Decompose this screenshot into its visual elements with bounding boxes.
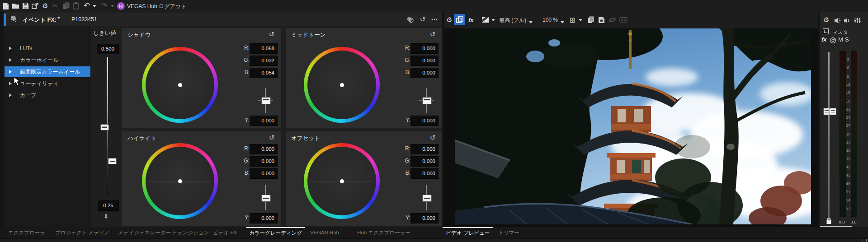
threshold-fit-icon[interactable]: ⇕ [104,213,109,220]
tree-item-curves[interactable]: カーブ [5,90,90,101]
settings-gear-icon[interactable]: ⚙ [41,1,50,10]
b-value[interactable]: 0.000 [410,68,439,78]
g-value[interactable]: 0.000 [410,56,439,66]
threshold-value-bottom[interactable]: 0.25 [98,200,119,211]
luma-slider[interactable] [253,185,278,210]
reset-icon[interactable]: ↺ [268,30,276,38]
r-value[interactable]: 0.000 [250,144,278,154]
slider-handle[interactable] [422,195,432,202]
tree-item-limited-color-wheel[interactable]: 範囲限定カラーホイール [5,66,90,77]
open-project-icon[interactable] [11,1,20,10]
tab-video-preview[interactable]: ビデオ プレビュー [443,227,493,239]
project-properties-icon[interactable] [31,1,40,10]
slider-handle[interactable] [422,97,432,104]
save-snapshot-icon[interactable] [597,14,606,25]
vegas-hub-logout-button[interactable]: VEGAS Hub ログアウト [127,3,186,10]
faders-icon[interactable] [854,17,861,25]
event-fx-dropdown-icon[interactable] [57,19,61,25]
split-screen-dropdown-icon[interactable] [491,14,496,25]
volume-fader-left-handle[interactable] [823,108,830,115]
r-value[interactable]: -0.068 [250,43,278,54]
offset-color-wheel[interactable] [304,143,380,219]
midtones-color-wheel[interactable] [304,47,380,123]
expand-arrow-icon[interactable] [9,70,12,74]
downmix-speaker-icon[interactable] [834,18,841,25]
r-value[interactable]: 0.000 [410,43,439,54]
mute-output-speaker-icon[interactable] [844,18,850,25]
preview-zoom-value[interactable]: 100 % [542,17,558,23]
threshold-high-handle[interactable] [108,158,117,164]
lock-icon[interactable] [826,218,832,226]
automation-icon[interactable] [830,37,836,45]
preview-quality-dropdown[interactable]: 最高 (フル) [499,17,526,24]
bus-fx-button[interactable]: fx [821,36,827,43]
b-value[interactable]: 0.054 [250,68,278,78]
y-value[interactable]: 0.000 [410,213,439,223]
y-value[interactable]: 0.000 [410,116,439,126]
tree-item-luts[interactable]: LUTs [5,43,90,54]
wheel-handle[interactable] [178,179,182,183]
reset-icon[interactable]: ↺ [268,134,276,142]
threshold-value-top[interactable]: 0.500 [97,44,119,54]
reset-chain-icon[interactable]: ↺ [419,15,427,23]
volume-fader-right-handle[interactable] [830,108,836,115]
tree-item-color-wheel[interactable]: カラーホイール [5,55,90,65]
luma-slider[interactable] [414,88,439,113]
split-screen-icon[interactable] [480,14,490,25]
grid-overlay-icon[interactable]: ⊞ [568,14,577,25]
undo-icon[interactable]: ↶ [82,1,91,10]
b-value[interactable]: 0.000 [250,168,278,179]
reset-icon[interactable]: ↺ [429,30,437,38]
vegas-hub-badge[interactable]: H [117,2,125,10]
tab-transitions[interactable]: トランジション [169,227,212,239]
save-project-icon[interactable] [21,1,30,10]
external-monitor-toggle[interactable] [454,14,465,25]
expand-arrow-icon[interactable] [9,58,12,62]
dock-corner-icon[interactable] [863,239,867,242]
bus-dim-icon[interactable] [823,28,829,34]
slider-handle[interactable] [261,195,271,202]
r-value[interactable]: 0.000 [410,144,439,154]
tab-hub-explorer[interactable]: Hub エクスプローラー [354,227,414,239]
undo-dropdown-icon[interactable] [92,1,97,10]
g-value[interactable]: 0.000 [410,156,439,167]
reset-icon[interactable]: ↺ [429,134,437,142]
mute-button[interactable]: M [838,36,843,43]
luma-slider[interactable] [253,88,278,113]
zoom-dropdown-icon[interactable] [560,17,565,28]
video-output-fx-button[interactable]: fx [468,17,474,23]
threshold-low-handle[interactable] [100,124,109,130]
copy-snapshot-icon[interactable] [586,14,595,25]
tab-video-fx[interactable]: ビデオ FX [210,227,240,239]
bypass-fx-icon[interactable] [406,15,414,23]
more-options-icon[interactable] [430,15,439,23]
tab-vegas-hub[interactable]: VEGAS Hub [307,227,342,239]
tab-trimmer[interactable]: トリマー [495,227,523,239]
preset-name[interactable]: P1033451 [71,16,97,23]
solo-button[interactable]: S [845,36,849,43]
highlights-color-wheel[interactable] [142,143,218,219]
new-project-icon[interactable] [1,1,10,10]
tab-color-grading[interactable]: カラーグレーディング [246,227,305,239]
luma-slider[interactable] [414,185,439,210]
quality-dropdown-icon[interactable] [528,17,533,28]
slider-handle[interactable] [261,97,271,104]
expand-arrow-icon[interactable] [9,93,12,97]
volume-fader-track[interactable] [828,52,830,220]
expand-arrow-icon[interactable] [9,47,12,50]
tab-explorer[interactable]: エクスプローラ [5,227,48,239]
wheel-handle[interactable] [340,179,344,183]
tab-project-media[interactable]: プロジェクト メディア [52,227,113,239]
expand-arrow-icon[interactable] [9,82,12,85]
g-value[interactable]: 0.000 [250,156,278,167]
grid-dropdown-icon[interactable] [578,14,583,25]
wheel-handle[interactable] [178,83,182,87]
y-value[interactable]: 0.000 [250,213,278,223]
b-value[interactable]: 0.000 [410,168,439,179]
wheel-handle[interactable] [340,83,344,87]
y-value[interactable]: 0.000 [250,116,278,126]
shadows-color-wheel[interactable] [142,47,218,123]
g-value[interactable]: 0.032 [250,56,278,66]
preview-settings-gear-icon[interactable]: ⚙ [445,14,454,25]
tab-media-generators[interactable]: メディジェネレーター [115,227,174,239]
